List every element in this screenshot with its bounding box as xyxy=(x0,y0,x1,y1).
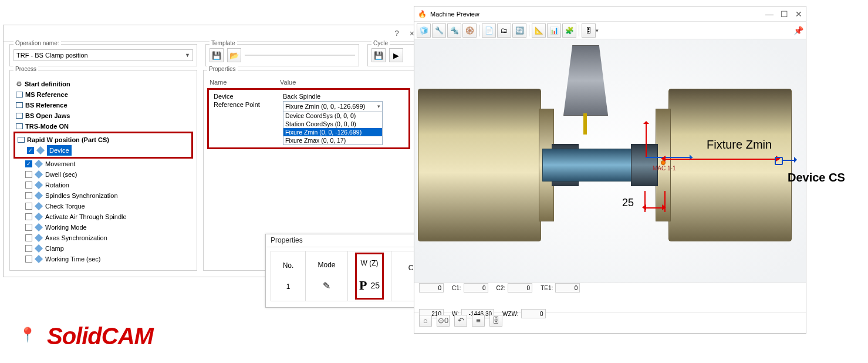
list-button[interactable]: ≡ xyxy=(472,315,485,327)
tree-label: Rotation xyxy=(45,180,69,190)
diamond-icon xyxy=(35,223,43,231)
tb-btn-7[interactable]: 🔄 xyxy=(512,23,526,38)
combo-option[interactable]: Fixure Zmin (0, 0, -126.699) xyxy=(283,128,382,136)
tb-btn-2[interactable]: 🔧 xyxy=(432,23,446,38)
checkbox-icon[interactable] xyxy=(25,256,32,263)
reference-icon xyxy=(16,92,23,98)
tree-item-spindle-sync[interactable]: Spindles Synchronization xyxy=(13,190,193,201)
close-button[interactable]: ✕ xyxy=(795,9,802,19)
template-path xyxy=(245,55,355,56)
main-spindle-chuck xyxy=(418,89,541,241)
tree-item-air-spindle[interactable]: Activate Air Through Spindle xyxy=(13,211,193,222)
edit-icon[interactable]: ✎ xyxy=(323,280,330,291)
tree-item-device[interactable]: ✓ Device xyxy=(15,145,191,156)
tb-btn-11[interactable]: 🎛 xyxy=(582,23,596,38)
tree-item-ms-ref[interactable]: MS Reference xyxy=(13,89,193,100)
status-label: C2: xyxy=(497,285,506,291)
tb-btn-3[interactable]: 🔩 xyxy=(447,23,461,38)
tree-item-trs-mode[interactable]: TRS-Mode ON xyxy=(13,121,193,132)
undo-button[interactable]: ↶ xyxy=(454,315,467,327)
checkbox-icon[interactable] xyxy=(25,234,32,241)
tree-item-start[interactable]: ⚙Start definition xyxy=(13,79,193,89)
tree-item-check-torque[interactable]: Check Torque xyxy=(13,201,193,211)
checkbox-icon[interactable] xyxy=(25,192,32,199)
checkbox-icon[interactable] xyxy=(25,203,32,210)
save-icon: 💾 xyxy=(374,51,383,60)
combo-option[interactable]: Station CoordSys (0, 0, 0) xyxy=(283,120,382,128)
checkbox-icon[interactable] xyxy=(25,224,32,231)
tb-btn-1[interactable]: 🧊 xyxy=(417,23,431,38)
reference-point-select[interactable]: Fixure Zmin (0, 0, -126.699) ▾ Device Co… xyxy=(283,101,383,145)
tb-btn-5[interactable]: 📄 xyxy=(482,23,496,38)
operation-name-select[interactable]: TRF - BS Clamp position ▼ xyxy=(13,49,193,61)
rapid-icon xyxy=(18,137,25,143)
template-open-button[interactable]: 📂 xyxy=(227,48,241,62)
tb-btn-6[interactable]: 🗂 xyxy=(497,23,511,38)
home-button[interactable]: ⌂ xyxy=(419,315,432,327)
dim-ext-line xyxy=(644,191,646,212)
minimize-button[interactable]: — xyxy=(765,9,774,19)
tree-label: Start definition xyxy=(25,79,70,89)
status-val: 0 xyxy=(555,283,580,293)
status-val: 0 xyxy=(508,283,532,293)
combo-option[interactable]: Device CoordSys (0, 0, 0) xyxy=(283,112,382,120)
col-mode: Mode ✎ xyxy=(306,251,348,301)
chevron-down-icon[interactable]: ▾ xyxy=(596,28,599,33)
status-label: TE1: xyxy=(541,285,553,291)
tree-item-movement[interactable]: ✓Movement xyxy=(13,159,193,169)
prop-name: Device xyxy=(210,93,281,100)
checkbox-icon[interactable] xyxy=(25,213,32,220)
checkbox-icon[interactable]: ✓ xyxy=(25,160,32,167)
properties-header: Name Value xyxy=(207,79,410,86)
dim25-line xyxy=(644,207,664,209)
tb-btn-9[interactable]: 📊 xyxy=(547,23,561,38)
tree-label: Device xyxy=(47,145,72,156)
tree-item-clamp[interactable]: Clamp xyxy=(13,243,193,254)
dialog-titlebar: ? × xyxy=(4,25,420,42)
tb-btn-4[interactable]: 🛞 xyxy=(462,23,477,38)
tree-item-working-mode[interactable]: Working Mode xyxy=(13,222,193,233)
col-header: Mode xyxy=(318,261,335,269)
checkbox-icon[interactable] xyxy=(25,171,32,178)
chevron-down-icon: ▾ xyxy=(377,103,380,109)
coord-sys-axes xyxy=(646,157,693,158)
pin-icon[interactable]: 📌 xyxy=(793,26,803,35)
tool-holder xyxy=(563,45,608,116)
tree-item-rapid-w[interactable]: Rapid W position (Part CS) xyxy=(15,135,191,145)
tb-btn-10[interactable]: 🧩 xyxy=(562,23,576,38)
maximize-button[interactable]: ☐ xyxy=(781,9,788,19)
operation-name-value: TRF - BS Clamp position xyxy=(16,52,88,59)
cycle-save-button[interactable]: 💾 xyxy=(371,48,386,62)
tree-item-bs-ref[interactable]: BS Reference xyxy=(13,100,193,110)
folder-open-icon: 📂 xyxy=(229,51,239,60)
cycle-run-button[interactable]: ▶ xyxy=(389,48,403,62)
tb-btn-8[interactable]: 📐 xyxy=(532,23,546,38)
tree-label: Working Mode xyxy=(45,222,87,233)
arrow-right-icon xyxy=(794,157,800,163)
prop-row-refpoint: Reference Point Fixure Zmin (0, 0, -126.… xyxy=(210,101,407,145)
tree-item-dwell[interactable]: Dwell (sec) xyxy=(13,169,193,180)
template-save-button[interactable]: 💾 xyxy=(210,48,224,62)
tree-item-working-time[interactable]: Working Time (sec) xyxy=(13,254,193,264)
status-label: C1: xyxy=(452,285,461,291)
window-title: Machine Preview xyxy=(430,11,479,18)
help-button[interactable]: ? xyxy=(393,29,401,38)
wz-value[interactable]: 25 xyxy=(370,281,380,290)
tree-label: MS Reference xyxy=(25,89,68,100)
checkbox-icon[interactable] xyxy=(25,245,32,252)
tree-item-rotation[interactable]: Rotation xyxy=(13,180,193,190)
checkbox-icon[interactable]: ✓ xyxy=(27,147,34,154)
arrow-left-icon xyxy=(661,156,666,162)
back-spindle-chuck xyxy=(668,89,792,241)
combo-option[interactable]: Fixure Zmax (0, 0, 17) xyxy=(283,136,382,144)
process-tree[interactable]: ⚙Start definition MS Reference BS Refere… xyxy=(13,79,193,264)
tree-item-bs-open-jaws[interactable]: BS Open Jaws xyxy=(13,110,193,121)
tree-label: TRS-Mode ON xyxy=(25,121,69,132)
settings-button[interactable]: 🗄 xyxy=(489,315,502,327)
machine-3d-view[interactable]: MAC 1-1 25 Fixture Zmin xyxy=(414,39,806,283)
checkbox-icon[interactable] xyxy=(25,182,32,189)
process-label: Process xyxy=(13,66,38,72)
diamond-icon xyxy=(35,244,43,253)
tree-item-axes-sync[interactable]: Axes Synchronization xyxy=(13,233,193,243)
zero-button[interactable]: ⊙0 xyxy=(437,315,450,327)
